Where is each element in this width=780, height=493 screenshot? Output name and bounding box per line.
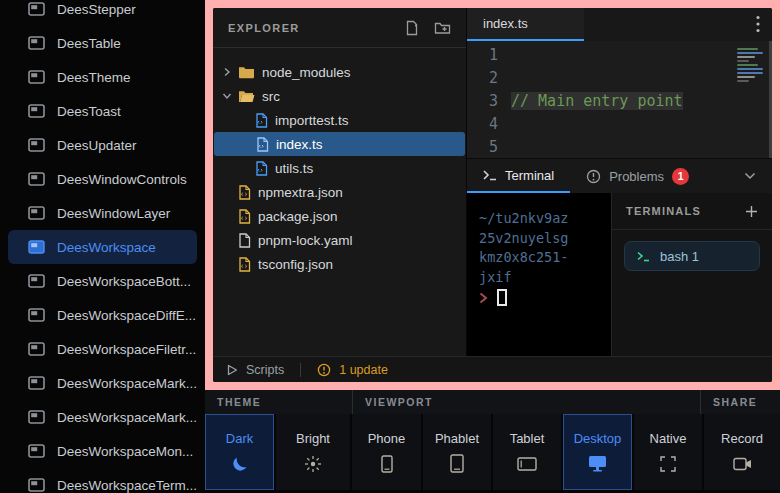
tab-label: index.ts	[483, 16, 528, 31]
tree-item-index-ts[interactable]: index.ts	[214, 132, 465, 156]
sidebar-item-deeswindowlayer[interactable]: DeesWindowLayer	[8, 196, 197, 230]
moon-icon	[232, 456, 248, 472]
sidebar-item-deesstepper[interactable]: DeesStepper	[8, 0, 197, 26]
component-icon	[28, 104, 45, 118]
tree-item-label: src	[262, 89, 280, 104]
sidebar-item-label: DeesUpdater	[57, 138, 137, 153]
tree-item-label: npmextra.json	[258, 185, 343, 200]
terminals-title: TERMINALS	[626, 205, 701, 217]
viewport-phone-button[interactable]: Phone	[352, 414, 421, 490]
folder-open-icon	[238, 89, 255, 103]
chevron-right-icon	[223, 67, 231, 77]
chevron-down-icon	[744, 172, 756, 180]
sidebar-item-deesworkspacebott[interactable]: DeesWorkspaceBott...	[8, 264, 197, 298]
sidebar-item-deesworkspaceterm[interactable]: DeesWorkspaceTerm...	[8, 468, 197, 493]
tree-item-package-json[interactable]: package.json	[213, 204, 466, 228]
tree-item-importtest-ts[interactable]: importtest.ts	[213, 108, 466, 132]
ts-file-icon	[255, 113, 268, 128]
sidebar-item-deeswindowcontrols[interactable]: DeesWindowControls	[8, 162, 197, 196]
panel-collapse[interactable]	[728, 159, 772, 193]
viewport-desktop-button[interactable]: Desktop	[563, 414, 632, 490]
sidebar-item-label: DeesWorkspace	[57, 240, 156, 255]
sidebar-item-deestable[interactable]: DeesTable	[8, 26, 197, 60]
sidebar-item-deesworkspacemark2[interactable]: DeesWorkspaceMark...	[8, 400, 197, 434]
ts-file-icon	[256, 137, 269, 152]
component-sidebar: DeesStepper DeesTable DeesTheme DeesToas…	[0, 0, 205, 493]
tab-label: Terminal	[505, 168, 554, 183]
tab-problems[interactable]: Problems 1	[570, 159, 705, 193]
component-icon	[28, 478, 45, 492]
update-alert-icon	[317, 363, 331, 377]
component-icon	[28, 308, 45, 322]
scripts-button[interactable]: Scripts	[227, 363, 284, 377]
component-icon	[28, 206, 45, 220]
sidebar-item-deestoast[interactable]: DeesToast	[8, 94, 197, 128]
tab-index-ts[interactable]: index.ts	[467, 8, 584, 41]
terminal-cursor	[497, 289, 507, 306]
json-file-icon	[238, 209, 251, 224]
sidebar-item-deesupdater[interactable]: DeesUpdater	[8, 128, 197, 162]
tab-label: Problems	[609, 169, 664, 184]
new-folder-icon[interactable]	[434, 20, 451, 36]
tab-terminal[interactable]: Terminal	[467, 159, 570, 193]
sidebar-item-deestheme[interactable]: DeesTheme	[8, 60, 197, 94]
component-icon	[28, 138, 45, 152]
sidebar-item-deesworkspacemon[interactable]: DeesWorkspaceMon...	[8, 434, 197, 468]
theme-dark-button[interactable]: Dark	[205, 414, 274, 490]
viewport-tablet-button[interactable]: Tablet	[493, 414, 561, 490]
code-editor[interactable]: 1 2 3 4 5 // Main entry point import { g…	[467, 41, 772, 158]
share-record-button[interactable]: Record	[704, 414, 780, 490]
button-label: Phone	[368, 431, 406, 446]
play-icon	[227, 364, 238, 376]
tree-item-node-modules[interactable]: node_modules	[213, 60, 466, 84]
toolbar-sections: THEME VIEWPORT SHARE	[205, 390, 780, 414]
update-label: 1 update	[339, 363, 388, 377]
sidebar-item-label: DeesWorkspaceMon...	[57, 444, 193, 459]
sidebar-item-deesworkspacediffe[interactable]: DeesWorkspaceDiffE...	[8, 298, 197, 332]
component-icon	[28, 376, 45, 390]
phone-icon	[381, 455, 393, 473]
statusbar-divider	[300, 363, 301, 377]
component-icon	[28, 410, 45, 424]
update-button[interactable]: 1 update	[317, 363, 388, 377]
terminal-output[interactable]: ~/tu2nkv9az 25v2nuyelsg kmz0x8c251- jxif	[467, 193, 611, 356]
tree-item-pnpm-lock-yaml[interactable]: pnpm-lock.yaml	[213, 228, 466, 252]
theme-bright-button[interactable]: Bright	[276, 414, 350, 490]
minimap[interactable]	[737, 46, 767, 84]
editor-scrollbar[interactable]	[769, 41, 772, 158]
tree-item-src[interactable]: src	[213, 84, 466, 108]
tree-item-npmextra-json[interactable]: npmextra.json	[213, 180, 466, 204]
tree-item-label: pnpm-lock.yaml	[258, 233, 353, 248]
terminal-session-bash1[interactable]: bash 1	[624, 241, 760, 271]
tree-item-tsconfig-json[interactable]: tsconfig.json	[213, 252, 466, 276]
sidebar-item-label: DeesTable	[57, 36, 121, 51]
sidebar-item-label: DeesWorkspaceTerm...	[57, 478, 197, 493]
demo-frame: EXPLORER node_modules src	[205, 0, 780, 390]
tree-item-utils-ts[interactable]: utils.ts	[213, 156, 466, 180]
viewport-phablet-button[interactable]: Phablet	[423, 414, 491, 490]
sidebar-item-label: DeesWorkspaceDiffE...	[57, 308, 196, 323]
sidebar-item-label: DeesWorkspaceFiletr...	[57, 342, 196, 357]
component-icon	[28, 2, 45, 16]
folder-icon	[238, 65, 255, 79]
plus-icon[interactable]	[745, 205, 758, 218]
terminal-line: jxif	[479, 268, 599, 288]
terminal-prompt-icon	[483, 169, 497, 181]
component-icon	[28, 274, 45, 288]
panel-tabbar: Terminal Problems 1	[467, 158, 772, 193]
new-file-icon[interactable]	[404, 20, 420, 36]
button-label: Native	[650, 431, 687, 446]
sidebar-item-label: DeesWorkspaceMark...	[57, 376, 197, 391]
component-icon	[28, 70, 45, 84]
viewport-native-button[interactable]: Native	[634, 414, 702, 490]
code-line: // Main entry point	[511, 90, 772, 113]
sidebar-item-deesworkspacemark1[interactable]: DeesWorkspaceMark...	[8, 366, 197, 400]
sidebar-item-deesworkspace[interactable]: DeesWorkspace	[8, 230, 197, 264]
more-options-icon[interactable]	[756, 15, 760, 33]
component-icon	[28, 36, 45, 50]
section-share: SHARE	[700, 390, 780, 414]
ts-file-icon	[255, 161, 268, 176]
sidebar-item-label: DeesWorkspaceBott...	[57, 274, 191, 289]
sidebar-item-deesworkspacefiletr[interactable]: DeesWorkspaceFiletr...	[8, 332, 197, 366]
tree-item-label: index.ts	[276, 137, 323, 152]
